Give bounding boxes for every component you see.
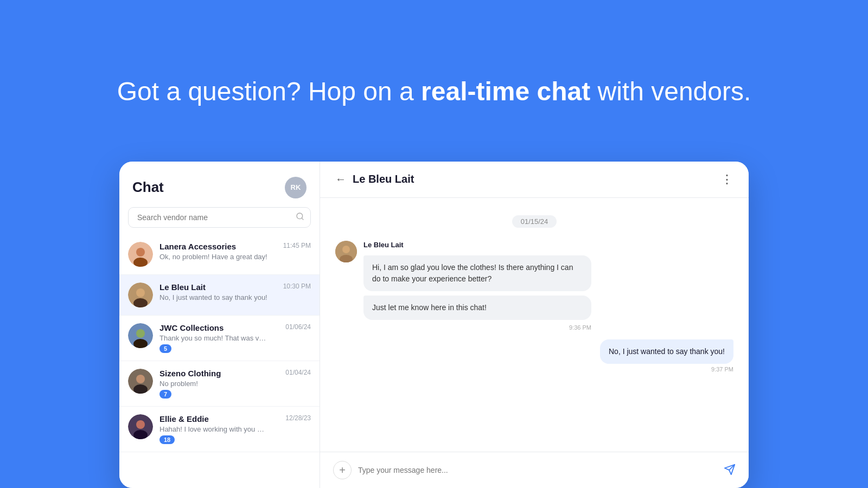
chat-item-lanera[interactable]: Lanera Accessories 11:45 PM Ok, no probl…	[119, 234, 320, 275]
search-icon	[296, 212, 304, 223]
vendor-name-sizeno: Sizeno Clothing	[159, 369, 221, 378]
vendor-avatar-lanera	[128, 242, 153, 267]
msg-time-outgoing: 9:37 PM	[711, 366, 733, 373]
svg-line-1	[302, 218, 303, 220]
search-bar	[128, 207, 311, 228]
conversation-panel: ← Le Bleu Lait ⋮ 01/15/24 Le Bleu	[320, 162, 749, 488]
hero-text-before: Got a question? Hop on a	[117, 77, 421, 106]
date-chip: 01/15/24	[512, 215, 557, 228]
hero-section: Got a question? Hop on a real-time chat …	[0, 0, 868, 162]
chat-panel: Chat RK Lanera Accessori	[119, 162, 320, 488]
vendor-avatar-ellie	[128, 414, 153, 439]
back-button[interactable]: ←	[335, 173, 346, 185]
chat-item-content-lanera: Lanera Accessories 11:45 PM Ok, no probl…	[159, 242, 311, 261]
chat-preview-sizeno: No problem!	[159, 380, 268, 388]
chat-item-content-lebleu: Le Bleu Lait 10:30 PM No, I just wanted …	[159, 282, 311, 301]
badge-ellie: 18	[159, 435, 175, 444]
conversation-header-left: ← Le Bleu Lait	[335, 173, 414, 185]
chat-item-top-ellie: Ellie & Eddie 12/28/23	[159, 414, 311, 423]
chat-preview-ellie: Hahah! I love working with you Sasha!	[159, 425, 268, 433]
search-input[interactable]	[128, 207, 311, 228]
conversation-header: ← Le Bleu Lait ⋮	[320, 162, 749, 198]
chat-preview-jwc: Thank you so much! That was very helpful…	[159, 334, 268, 342]
svg-point-6	[136, 288, 145, 297]
chat-item-top-sizeno: Sizeno Clothing 01/04/24	[159, 369, 311, 378]
app-window: Chat RK Lanera Accessori	[119, 162, 749, 488]
chat-item-sizeno[interactable]: Sizeno Clothing 01/04/24 No problem! 7	[119, 361, 320, 407]
chat-item-ellie[interactable]: Ellie & Eddie 12/28/23 Hahah! I love wor…	[119, 407, 320, 452]
badge-jwc: 5	[159, 344, 171, 353]
chat-panel-header: Chat RK	[119, 162, 320, 207]
msg-time-1: 9:36 PM	[363, 324, 591, 331]
messages-area: 01/15/24 Le Bleu Lait Hi, I am so glad y…	[320, 198, 749, 452]
chat-preview-lanera: Ok, no problem! Have a great day!	[159, 253, 268, 261]
attachment-button[interactable]: +	[333, 461, 352, 479]
user-avatar: RK	[285, 177, 307, 198]
vendor-name-jwc: JWC Collections	[159, 323, 224, 332]
message-input-bar: +	[320, 452, 749, 488]
vendor-msg-avatar	[335, 241, 357, 262]
chat-time-ellie: 12/28/23	[285, 414, 311, 422]
msg-bubble-1: Hi, I am so glad you love the clothes! I…	[363, 255, 591, 291]
hero-text-bold: real-time chat	[421, 77, 590, 106]
chat-item-jwc[interactable]: JWC Collections 01/06/24 Thank you so mu…	[119, 316, 320, 361]
hero-heading: Got a question? Hop on a real-time chat …	[0, 76, 868, 107]
vendor-name-lebleu: Le Bleu Lait	[159, 282, 206, 292]
chat-item-content-sizeno: Sizeno Clothing 01/04/24 No problem! 7	[159, 369, 311, 399]
msg-sender-name: Le Bleu Lait	[363, 241, 591, 249]
vendor-avatar-lebleu	[128, 282, 153, 307]
outgoing-message-wrap: No, I just wanted to say thank you! 9:37…	[335, 339, 733, 373]
msg-bubble-3: No, I just wanted to say thank you!	[600, 339, 733, 364]
chat-time-jwc: 01/06/24	[285, 323, 311, 331]
outgoing-time-row: No, I just wanted to say thank you!	[600, 339, 733, 364]
svg-point-12	[136, 375, 145, 383]
message-group-incoming: Le Bleu Lait Hi, I am so glad you love t…	[335, 241, 733, 331]
chat-preview-lebleu: No, I just wanted to say thank you!	[159, 293, 268, 301]
conversation-vendor-name: Le Bleu Lait	[353, 173, 414, 185]
vendor-name-lanera: Lanera Accessories	[159, 242, 236, 251]
msg-bubble-2: Just let me know here in this chat!	[363, 296, 591, 320]
more-options-button[interactable]: ⋮	[721, 172, 733, 187]
vendor-avatar-jwc	[128, 323, 153, 348]
chat-item-content-jwc: JWC Collections 01/06/24 Thank you so mu…	[159, 323, 311, 353]
date-divider: 01/15/24	[335, 215, 733, 228]
incoming-msg-content: Le Bleu Lait Hi, I am so glad you love t…	[363, 241, 591, 331]
chat-item-content-ellie: Ellie & Eddie 12/28/23 Hahah! I love wor…	[159, 414, 311, 444]
hero-text-after: with vendors.	[590, 77, 751, 106]
message-input[interactable]	[358, 466, 717, 474]
chat-time-sizeno: 01/04/24	[285, 369, 311, 376]
chat-time-lanera: 11:45 PM	[283, 242, 311, 249]
chat-list: Lanera Accessories 11:45 PM Ok, no probl…	[119, 234, 320, 488]
chat-item-top-lanera: Lanera Accessories 11:45 PM	[159, 242, 311, 251]
chat-item-lebleu[interactable]: Le Bleu Lait 10:30 PM No, I just wanted …	[119, 275, 320, 316]
vendor-name-ellie: Ellie & Eddie	[159, 414, 209, 423]
svg-point-3	[136, 248, 145, 256]
badge-sizeno: 7	[159, 390, 171, 399]
chat-panel-title: Chat	[132, 179, 164, 196]
chat-time-lebleu: 10:30 PM	[283, 282, 311, 290]
svg-point-9	[136, 329, 145, 338]
outgoing-time-wrap: 9:37 PM	[711, 366, 733, 373]
svg-point-15	[136, 420, 145, 429]
chat-item-top-lebleu: Le Bleu Lait 10:30 PM	[159, 282, 311, 292]
send-button[interactable]	[724, 464, 736, 477]
svg-point-18	[342, 246, 350, 253]
vendor-avatar-sizeno	[128, 369, 153, 394]
chat-item-top-jwc: JWC Collections 01/06/24	[159, 323, 311, 332]
